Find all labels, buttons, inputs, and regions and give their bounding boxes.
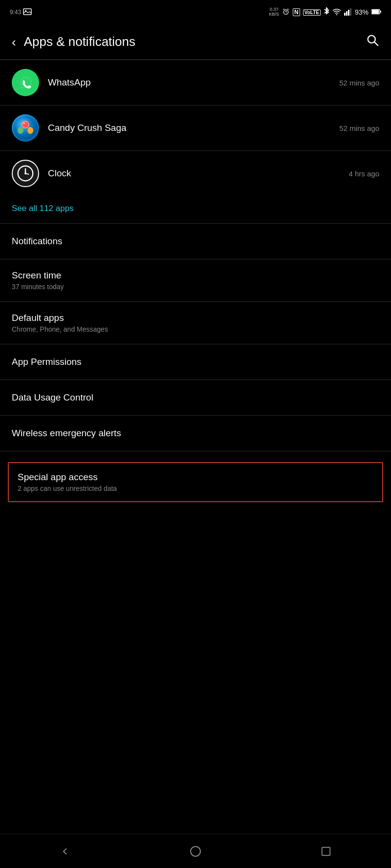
svg-point-21 [18,127,23,134]
search-button[interactable] [366,33,379,50]
nav-recent-icon [319,845,333,858]
svg-rect-29 [322,847,330,855]
svg-point-7 [336,14,337,15]
svg-rect-10 [348,10,349,16]
bluetooth-icon [324,7,329,18]
see-all-link[interactable]: See all 112 apps [12,204,74,213]
status-left-area: 9:43 [10,8,32,17]
menu-item-data-usage[interactable]: Data Usage Control [0,380,391,415]
app-item-clock[interactable]: Clock 4 hrs ago [0,151,391,196]
alarm-icon [282,8,290,17]
default-apps-title: Default apps [12,313,379,323]
svg-point-28 [191,847,200,856]
page-title: Apps & notifications [24,34,358,49]
svg-line-6 [287,9,288,10]
whatsapp-time: 52 mins ago [339,79,379,87]
svg-point-15 [368,36,375,43]
page-header: ‹ Apps & notifications [0,24,391,60]
screen-time-title: Screen time [12,270,379,281]
candy-info: Candy Crush Saga [48,123,330,133]
app-item-candy[interactable]: Candy Crush Saga 52 mins ago [0,106,391,150]
svg-line-16 [374,42,378,46]
screen-time-subtitle: 37 minutes today [12,283,379,291]
divider-8 [0,451,391,451]
spacer [0,511,391,570]
svg-rect-0 [23,9,31,15]
svg-rect-8 [344,13,346,16]
menu-item-notifications[interactable]: Notifications [0,224,391,259]
net-speed-icon: 0.37KB/S [269,7,280,17]
candy-name: Candy Crush Saga [48,123,330,133]
nav-home-button[interactable] [179,840,212,863]
svg-line-5 [283,9,284,10]
battery-icon [371,9,381,16]
status-icons: 0.37KB/S N VoLTE [269,7,381,18]
wifi-icon [332,8,341,17]
svg-rect-9 [346,11,348,16]
see-all-row[interactable]: See all 112 apps [0,196,391,223]
candy-emoji [12,114,39,142]
whatsapp-info: WhatsApp [48,77,330,88]
candy-icon [12,114,39,142]
special-app-access-title: Special app access [18,472,373,483]
clock-time: 4 hrs ago [348,169,379,178]
whatsapp-icon [12,69,39,96]
clock-icon [12,160,39,187]
menu-item-special-app-access[interactable]: Special app access 2 apps can use unrest… [8,462,383,502]
clock-name: Clock [48,168,340,179]
nfc-icon: N [293,8,300,16]
back-button[interactable]: ‹ [12,36,16,48]
svg-rect-11 [350,8,351,16]
nav-recent-button[interactable] [309,840,343,863]
volte-icon: VoLTE [303,9,321,16]
clock-info: Clock [48,168,340,179]
status-time: 9:43 [10,9,21,16]
menu-item-default-apps[interactable]: Default apps Chrome, Phone, and Messages [0,302,391,344]
svg-point-23 [22,122,25,124]
gallery-icon [23,8,32,17]
signal-icon [344,8,352,17]
data-usage-title: Data Usage Control [12,392,379,403]
app-permissions-title: App Permissions [12,357,379,367]
menu-item-app-permissions[interactable]: App Permissions [0,344,391,380]
bottom-nav [0,834,391,868]
svg-rect-13 [372,10,379,13]
nav-home-icon [189,845,202,858]
battery-percentage: 93% [355,8,369,16]
status-bar: 9:43 0.37KB/S N VoLTE [0,0,391,24]
notifications-title: Notifications [12,236,379,247]
candy-time: 52 mins ago [339,124,379,132]
app-item-whatsapp[interactable]: WhatsApp 52 mins ago [0,60,391,105]
svg-rect-14 [380,11,381,13]
default-apps-subtitle: Chrome, Phone, and Messages [12,325,379,333]
svg-point-27 [24,172,26,174]
nav-back-button[interactable] [48,840,82,863]
wireless-alerts-title: Wireless emergency alerts [12,428,379,439]
nav-back-icon [58,845,72,858]
menu-item-screen-time[interactable]: Screen time 37 minutes today [0,259,391,301]
svg-point-22 [27,127,33,134]
menu-item-wireless-alerts[interactable]: Wireless emergency alerts [0,416,391,451]
special-app-access-subtitle: 2 apps can use unrestricted data [18,485,373,492]
whatsapp-name: WhatsApp [48,77,330,88]
